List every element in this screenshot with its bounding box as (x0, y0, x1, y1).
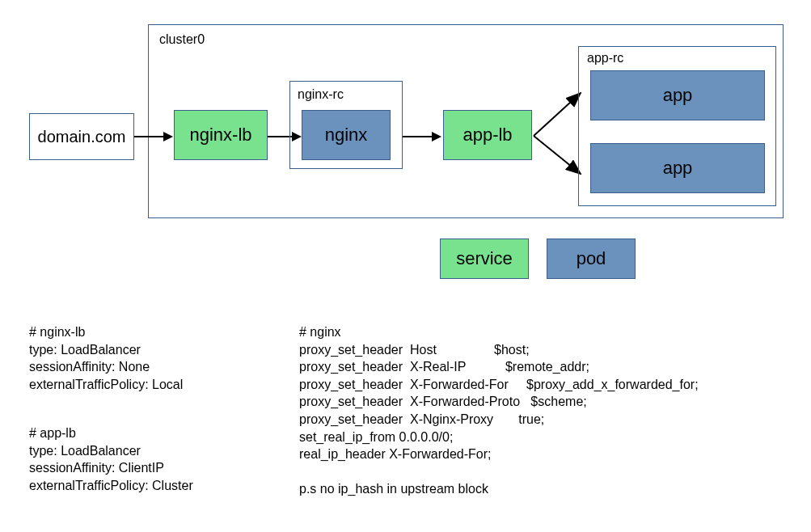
app-label-1: app (663, 85, 693, 106)
legend-service-label: service (456, 248, 513, 269)
arrow-nginx-applb (403, 136, 432, 137)
svg-line-0 (534, 93, 581, 136)
nginx-lb-box: nginx-lb (174, 110, 268, 160)
app-lb-label: app-lb (463, 125, 512, 146)
svg-line-1 (534, 136, 581, 174)
nginx-box: nginx (302, 110, 391, 160)
app-lb-config: # app-lb type: LoadBalancer sessionAffin… (29, 424, 193, 494)
nginx-lb-config: # nginx-lb type: LoadBalancer sessionAff… (29, 323, 183, 393)
domain-label: domain.com (38, 128, 126, 146)
domain-box: domain.com (29, 113, 134, 160)
app-rc-label: app-rc (587, 51, 623, 65)
arrow-domain-nginxlb (134, 136, 163, 137)
app-box-1: app (590, 70, 765, 120)
nginx-label: nginx (325, 125, 368, 146)
app-box-2: app (590, 143, 765, 193)
arrow-nginxlb-nginx (268, 136, 292, 137)
legend-pod: pod (547, 239, 636, 279)
arrow-nginx-applb-head (432, 132, 441, 141)
nginx-lb-label: nginx-lb (189, 125, 251, 146)
arrow-domain-nginxlb-head (163, 132, 173, 141)
nginx-rc-label: nginx-rc (298, 87, 344, 102)
app-lb-box: app-lb (443, 110, 532, 160)
legend-pod-label: pod (577, 248, 606, 269)
nginx-config: # nginx proxy_set_header Host $host; pro… (299, 323, 699, 498)
cluster-label: cluster0 (159, 32, 205, 47)
app-label-2: app (663, 158, 693, 179)
legend-service: service (440, 239, 529, 279)
